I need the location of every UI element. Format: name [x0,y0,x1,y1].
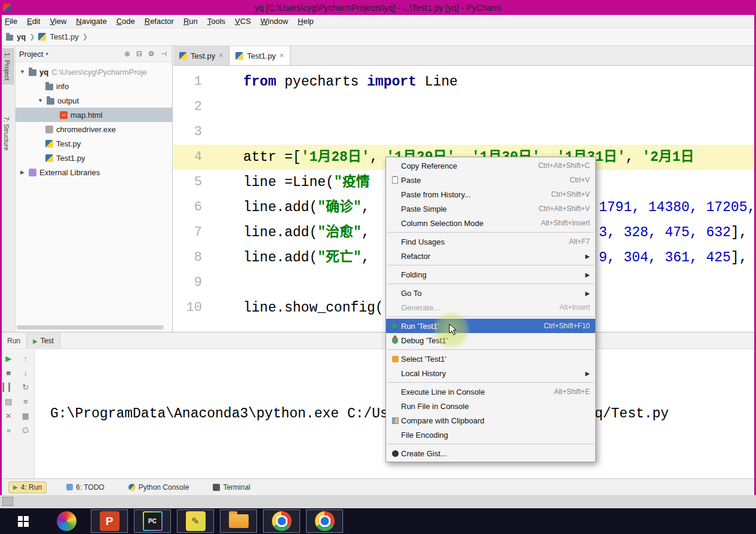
up-stack-trace-icon[interactable]: ↑ [24,355,28,362]
close-icon[interactable]: × [219,51,223,60]
collapse-all-icon[interactable]: ⊟ [134,50,144,58]
menu-item-execute-line-in-console[interactable]: Execute Line in ConsoleAlt+Shift+E [386,385,595,399]
taskbar-pycharm-button[interactable]: PC [134,509,171,533]
folder-icon [45,84,53,90]
tab-test-py[interactable]: Test.py × [173,46,229,65]
toolbar-terminal-button[interactable]: Terminal [209,482,254,493]
expand-arrow-icon[interactable]: ▼ [19,69,26,75]
menu-edit[interactable]: Edit [22,15,45,28]
menu-item-paste-simple[interactable]: Paste SimpleCtrl+Alt+Shift+V [386,202,595,216]
restart-console-icon[interactable]: ↻ [22,383,29,391]
menu-item-find-usages[interactable]: Find UsagesAlt+F7 [386,234,595,249]
taskbar-browser-button[interactable] [48,509,85,533]
menu-item-run-file-in-console[interactable]: Run File in Console [386,399,595,413]
menu-window[interactable]: Window [256,15,293,28]
taskbar-chrome-button[interactable] [263,509,300,533]
desktop-shortcut-icon[interactable] [2,497,13,506]
project-panel-title[interactable]: Project [19,50,43,59]
tab-test1-py[interactable]: Test1.py × [229,46,290,65]
menu-navigate[interactable]: Navigate [71,15,111,28]
taskbar-powerpoint-button[interactable]: P [91,509,128,533]
restore-layout-icon[interactable]: ▤ [5,398,12,405]
menu-view[interactable]: View [45,15,71,28]
title-bar[interactable]: yq [C:\Users\cyg\PycharmProjects\yq] - .… [0,0,756,15]
code-line[interactable]: 2 [173,94,756,120]
submenu-arrow-icon: ▶ [585,370,590,377]
toolbar-run-button[interactable]: ▶ 4: Run [8,481,47,493]
chevron-down-icon[interactable]: ▾ [45,51,48,57]
tree-item-map-html[interactable]: ‹› map.html [16,108,172,122]
tree-item-external-libraries[interactable]: ▶ External Libraries [16,165,172,179]
soft-wrap-icon[interactable]: ≡ [23,398,28,405]
menu-item-file-encoding[interactable]: File Encoding [386,428,595,442]
menu-item-run-test1[interactable]: Run 'Test1'Ctrl+Shift+F10 [386,319,595,333]
menu-item-refactor[interactable]: Refactor▶ [386,249,595,263]
hide-panel-icon[interactable]: ⊣ [159,50,169,58]
tree-item-test1-py[interactable]: Test1.py [16,151,172,165]
horizontal-scrollbar[interactable] [17,325,164,329]
menu-item-column-selection-mode[interactable]: Column Selection ModeAlt+Shift+Insert [386,216,595,230]
run-panel-header: Run ▶ Test [0,332,756,349]
locate-file-icon[interactable]: ⊕ [123,50,132,58]
tree-item-info[interactable]: info [16,79,172,93]
menu-item-local-history[interactable]: Local History▶ [386,366,595,380]
more-options-icon[interactable]: » [7,426,11,434]
menu-item-compare-with-clipboard[interactable]: Compare with Clipboard [386,413,595,428]
pause-icon[interactable]: ▎▎ [2,383,14,391]
project-panel: Project ▾ ⊕ ⊟ ⚙ ⊣ ▼ yq C:\Users\cyg\Pych… [16,46,173,332]
menu-run[interactable]: Run [179,15,203,28]
notes-icon: ✎ [186,511,206,531]
menu-item-create-gist[interactable]: Create Gist... [386,446,595,460]
breadcrumb-root[interactable]: yq [17,32,26,41]
run-config-icon: ▶ [33,338,38,344]
start-button[interactable] [5,509,42,533]
toolbar-python-console-button[interactable]: Python Console [124,482,194,493]
menu-separator [387,444,594,444]
tree-item-output[interactable]: ▼ output [16,93,172,108]
powerpoint-icon: P [100,511,120,531]
close-icon[interactable]: × [280,51,284,60]
folder-icon [47,98,54,105]
menu-help[interactable]: Help [293,15,319,28]
menu-tools[interactable]: Tools [203,15,230,28]
menu-item-select-test1[interactable]: Select 'Test1' [386,352,595,366]
menu-item-folding[interactable]: Folding▶ [386,267,595,282]
menu-refactor[interactable]: Refactor [140,15,179,28]
expand-arrow-icon[interactable]: ▼ [37,97,44,103]
taskbar-explorer-button[interactable] [220,509,257,533]
breadcrumb-file[interactable]: Test1.py [50,32,78,41]
tool-button-structure[interactable]: 7: Structure [1,113,13,154]
taskbar-notes-button[interactable]: ✎ [177,509,214,533]
down-stack-trace-icon[interactable]: ↓ [24,369,28,377]
menu-item-go-to[interactable]: Go To▶ [386,286,595,300]
run-config-tab[interactable]: ▶ Test [26,334,60,348]
taskbar-chrome-button-2[interactable] [306,509,343,533]
code-line[interactable]: 1 from pyecharts import Line [173,69,756,94]
menu-file[interactable]: File [0,15,22,28]
expand-arrow-icon[interactable]: ▶ [19,169,26,175]
menu-separator [387,349,594,350]
project-tree: ▼ yq C:\Users\cyg\PycharmProje info ▼ ou… [16,62,172,179]
rerun-icon[interactable]: ▶ [5,355,11,362]
paste-icon [392,176,398,184]
clear-all-icon[interactable]: ∅ [22,426,29,434]
chrome-icon [315,511,335,531]
settings-gear-icon[interactable]: ⚙ [146,50,157,58]
code-line[interactable]: 3 [173,120,756,145]
toolbar-todo-button[interactable]: 6: TODO [62,482,109,493]
menu-item-paste[interactable]: PasteCtrl+V [386,173,595,187]
menu-item-copy-reference[interactable]: Copy ReferenceCtrl+Alt+Shift+C [386,158,595,173]
folder-icon [229,514,249,528]
tree-item-test-py[interactable]: Test.py [16,136,172,151]
menu-item-paste-from-history[interactable]: Paste from History...Ctrl+Shift+V [386,187,595,202]
print-icon[interactable]: ▦ [22,412,29,420]
menu-item-debug-test1[interactable]: Debug 'Test1' [386,333,595,347]
stop-icon[interactable]: ■ [6,369,11,377]
menu-vcs[interactable]: VCS [230,15,256,28]
tree-item-chromedriver[interactable]: chromedriver.exe [16,122,172,136]
tree-item-root[interactable]: ▼ yq C:\Users\cyg\PycharmProje [16,65,172,79]
close-icon[interactable]: ✕ [5,412,12,420]
breadcrumb: yq ❯ Test1.py ❯ [0,28,756,46]
menu-code[interactable]: Code [112,15,140,28]
tool-button-project[interactable]: 1: Project [1,48,14,84]
